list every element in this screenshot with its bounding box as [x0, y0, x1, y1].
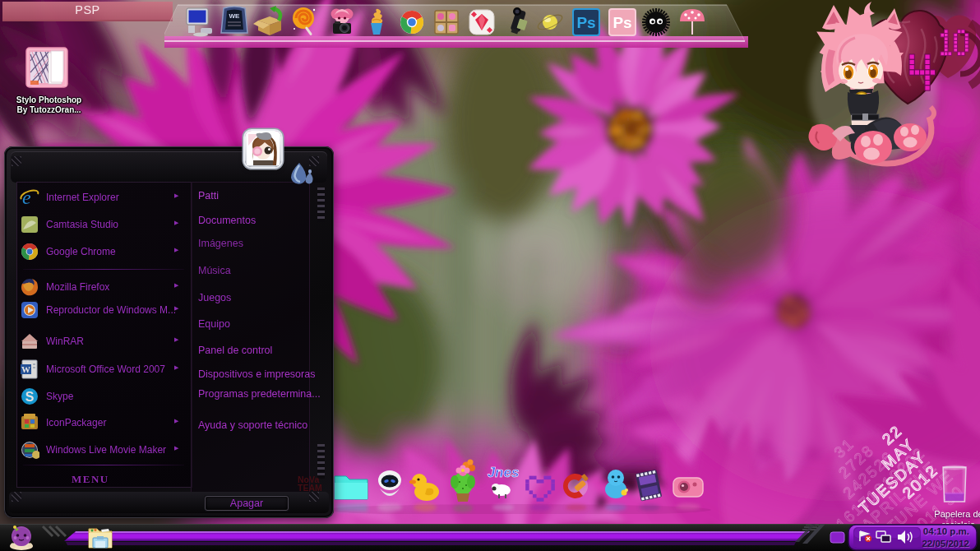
- svg-text:WE: WE: [229, 12, 241, 20]
- svg-text:04:10 p.m.: 04:10 p.m.: [923, 526, 969, 536]
- svg-text:W: W: [21, 364, 30, 374]
- svg-text:S: S: [25, 390, 35, 404]
- svg-text:Ps: Ps: [576, 14, 595, 31]
- svg-text:22/05/2012: 22/05/2012: [922, 539, 969, 549]
- svg-text:Jnes: Jnes: [488, 465, 520, 480]
- svg-text:Ps: Ps: [612, 14, 631, 31]
